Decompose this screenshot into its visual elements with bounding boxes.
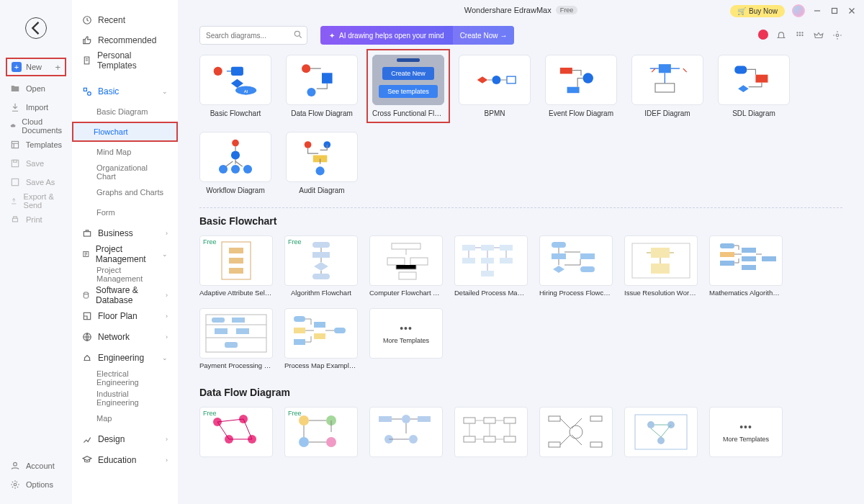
svg-point-5 bbox=[14, 462, 17, 466]
minimize-icon[interactable] bbox=[812, 6, 822, 16]
side-form[interactable]: Form bbox=[72, 202, 178, 222]
rail-new[interactable]: +New + bbox=[6, 58, 66, 76]
svg-rect-60 bbox=[410, 258, 428, 265]
side-business[interactable]: Business› bbox=[72, 222, 178, 243]
side-orgchart[interactable]: Organizational Chart bbox=[72, 162, 178, 182]
tpl-item[interactable]: Hiring Process Flowchart bbox=[539, 235, 613, 297]
settings-icon[interactable] bbox=[832, 30, 842, 40]
svg-rect-91 bbox=[294, 339, 305, 345]
side-engineering[interactable]: Engineering⌄ bbox=[72, 347, 178, 368]
tpl-item[interactable]: Free bbox=[199, 407, 273, 460]
crown-icon[interactable] bbox=[814, 30, 824, 40]
side-software[interactable]: Software & Database› bbox=[72, 284, 178, 305]
save-icon bbox=[10, 158, 20, 168]
side-floorplan[interactable]: Floor Plan› bbox=[72, 305, 178, 326]
tpl-item[interactable] bbox=[369, 407, 443, 460]
side-ee[interactable]: Electrical Engineering bbox=[72, 368, 178, 388]
user-icon bbox=[10, 461, 20, 471]
side-network[interactable]: Network› bbox=[72, 326, 178, 347]
side-education[interactable]: Education› bbox=[72, 449, 178, 470]
avatar[interactable] bbox=[792, 4, 805, 17]
svg-rect-53 bbox=[229, 258, 243, 264]
side-ie[interactable]: Industrial Engineering bbox=[72, 388, 178, 408]
svg-point-120 bbox=[647, 421, 654, 428]
back-button[interactable] bbox=[25, 17, 47, 39]
search-box bbox=[199, 26, 307, 45]
svg-point-114 bbox=[570, 426, 582, 438]
card-sdl[interactable]: SDL Diagram bbox=[718, 55, 790, 117]
tpl-item[interactable] bbox=[624, 407, 698, 460]
side-basic-diagram[interactable]: Basic Diagram bbox=[72, 102, 178, 122]
card-workflow[interactable]: Workflow Diagram bbox=[199, 132, 271, 194]
rail-open[interactable]: Open bbox=[6, 79, 66, 98]
briefcase-icon bbox=[82, 228, 92, 238]
rail-export[interactable]: Export & Send bbox=[6, 192, 66, 210]
buy-button[interactable]: 🛒Buy Now bbox=[730, 5, 785, 17]
tpl-item[interactable]: FreeAlgorithm Flowchart bbox=[284, 235, 358, 297]
tpl-item[interactable]: Free bbox=[284, 407, 358, 460]
rail-templates[interactable]: Templates bbox=[6, 135, 66, 154]
svg-rect-0 bbox=[12, 141, 18, 148]
tpl-item[interactable] bbox=[539, 407, 613, 460]
tpl-item[interactable]: Payment Processing Workf... bbox=[199, 308, 273, 369]
rail-cloud[interactable]: Cloud Documents bbox=[6, 117, 66, 135]
plus-icon: + bbox=[12, 62, 22, 72]
svg-point-22 bbox=[796, 35, 798, 36]
tpl-item[interactable]: Detailed Process Map Tem... bbox=[454, 235, 528, 297]
tpl-item[interactable] bbox=[454, 407, 528, 460]
card-cross-functional[interactable]: Create NewSee templatesCross Functional … bbox=[372, 55, 444, 117]
svg-point-26 bbox=[214, 67, 222, 76]
rail-save[interactable]: Save bbox=[6, 154, 66, 173]
card-idef[interactable]: IDEF Diagram bbox=[631, 55, 703, 117]
bell-icon[interactable] bbox=[776, 30, 786, 40]
tpl-more[interactable]: •••More Templates bbox=[709, 407, 783, 460]
import-icon bbox=[10, 102, 20, 112]
side-flowchart[interactable]: Flowchart bbox=[72, 122, 178, 142]
ai-banner[interactable]: ✦AI drawing helps open your mind Create … bbox=[320, 26, 514, 45]
rail-options[interactable]: Options bbox=[6, 475, 66, 494]
rail-import[interactable]: Import bbox=[6, 98, 66, 117]
side-recommended[interactable]: Recommended bbox=[72, 30, 178, 50]
svg-point-17 bbox=[294, 31, 300, 36]
rail-print[interactable]: Print bbox=[6, 210, 66, 229]
sparkle-icon: ✦ bbox=[329, 32, 335, 40]
side-personal[interactable]: Personal Templates bbox=[72, 50, 178, 71]
side-recent[interactable]: Recent bbox=[72, 10, 178, 30]
tpl-more[interactable]: •••More Templates bbox=[369, 308, 443, 369]
side-design[interactable]: Design› bbox=[72, 428, 178, 449]
side-basic[interactable]: Basic⌄ bbox=[72, 81, 178, 102]
apps-icon[interactable] bbox=[795, 30, 805, 40]
svg-point-46 bbox=[243, 165, 252, 174]
side-graphs[interactable]: Graphs and Charts bbox=[72, 182, 178, 202]
create-new-button[interactable]: Create New bbox=[382, 67, 434, 80]
side-map[interactable]: Map bbox=[72, 408, 178, 428]
svg-rect-110 bbox=[504, 418, 516, 423]
rail-saveas[interactable]: Save As bbox=[6, 173, 66, 192]
tpl-item[interactable]: Computer Flowchart Temp... bbox=[369, 235, 443, 297]
side-mindmap[interactable]: Mind Map bbox=[72, 142, 178, 162]
card-dfd[interactable]: Data Flow Diagram bbox=[286, 55, 358, 117]
search-input[interactable] bbox=[199, 26, 307, 45]
tpl-item[interactable]: Process Map Examples Te... bbox=[284, 308, 358, 369]
svg-rect-80 bbox=[742, 256, 756, 261]
rail-account[interactable]: Account bbox=[6, 456, 66, 475]
side-pm[interactable]: Project Management⌄ bbox=[72, 243, 178, 264]
tpl-item[interactable]: Issue Resolution Workflow ... bbox=[624, 235, 698, 297]
pm-icon bbox=[82, 249, 90, 259]
maximize-icon[interactable] bbox=[829, 6, 840, 16]
saveas-icon bbox=[10, 177, 20, 187]
card-basic-flowchart[interactable]: AIBasic Flowchart bbox=[199, 55, 271, 117]
search-icon[interactable] bbox=[293, 30, 303, 40]
card-event-flow[interactable]: Event Flow Diagram bbox=[545, 55, 617, 117]
side-pm-sub[interactable]: Project Management bbox=[72, 264, 178, 284]
tpl-item[interactable]: Mathematics Algorithm Fl... bbox=[709, 235, 783, 297]
help-icon[interactable] bbox=[757, 30, 768, 40]
close-icon[interactable] bbox=[847, 6, 857, 16]
see-templates-button[interactable]: See templates bbox=[379, 85, 438, 98]
network-icon bbox=[82, 332, 92, 342]
tpl-item[interactable]: FreeAdaptive Attribute Selectio... bbox=[199, 235, 273, 297]
svg-rect-82 bbox=[762, 256, 776, 261]
card-bpmn[interactable]: BPMN bbox=[459, 55, 531, 117]
ai-create-button[interactable]: Create Now→ bbox=[453, 26, 515, 45]
card-audit[interactable]: Audit Diagram bbox=[286, 132, 358, 194]
